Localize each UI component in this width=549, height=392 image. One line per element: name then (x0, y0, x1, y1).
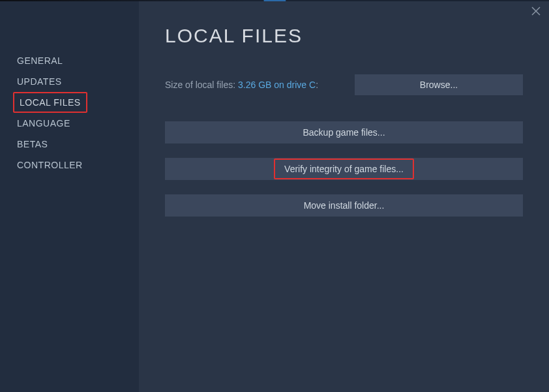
sidebar: GENERAL UPDATES LOCAL FILES LANGUAGE BET… (0, 1, 139, 392)
sidebar-item-controller[interactable]: CONTROLLER (0, 155, 100, 175)
main-container: GENERAL UPDATES LOCAL FILES LANGUAGE BET… (0, 1, 549, 392)
sidebar-item-local-files[interactable]: LOCAL FILES (20, 97, 81, 108)
close-button[interactable] (530, 5, 542, 17)
size-value: 3.26 GB on drive C (238, 80, 316, 90)
content-area: Size of local files: 3.26 GB on drive C:… (139, 47, 549, 217)
size-text-block: Size of local files: 3.26 GB on drive C: (165, 79, 318, 91)
close-icon (531, 7, 541, 16)
size-label: Size of local files: (165, 80, 238, 90)
sidebar-item-updates[interactable]: UPDATES (0, 72, 79, 91)
size-row: Size of local files: 3.26 GB on drive C:… (165, 74, 523, 95)
main-panel: LOCAL FILES Size of local files: 3.26 GB… (139, 1, 549, 392)
size-suffix: : (316, 80, 318, 90)
spacer (165, 95, 523, 121)
verify-integrity-highlight: Verify integrity of game files... (274, 158, 414, 179)
sidebar-item-local-files-highlight: LOCAL FILES (13, 92, 87, 113)
sidebar-item-betas[interactable]: BETAS (0, 134, 65, 154)
page-title: LOCAL FILES (139, 1, 549, 47)
browse-button[interactable]: Browse... (355, 74, 523, 95)
backup-game-files-button[interactable]: Backup game files... (165, 121, 523, 143)
sidebar-item-language[interactable]: LANGUAGE (0, 113, 87, 133)
move-install-folder-button[interactable]: Move install folder... (165, 194, 523, 217)
sidebar-item-general[interactable]: GENERAL (0, 51, 80, 70)
verify-integrity-button[interactable]: Verify integrity of game files... (165, 158, 523, 180)
